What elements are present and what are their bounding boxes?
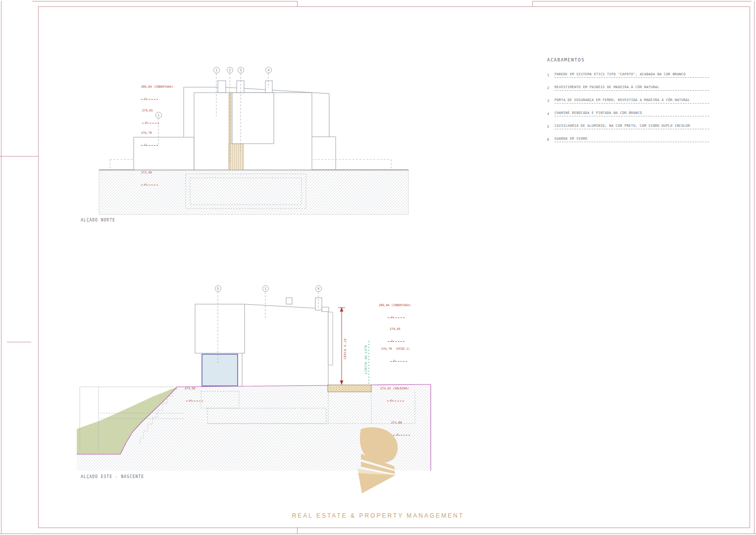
ref-marker-2: 2 <box>227 67 233 73</box>
legend-item-text: PAREDE EM SISTEMA ETICS TIPO "CAPOTO", A… <box>554 72 709 78</box>
finishes-legend: ACABAMENTOS 1 PAREDE EM SISTEMA ETICS TI… <box>547 57 715 150</box>
outer-frame-left <box>1 1 1 534</box>
level-label-27350-north: 273,50 <box>141 162 158 194</box>
legend-item-text: CHAMINÉ REBOCADA E PINTADA NA COR BRANCO <box>554 111 709 116</box>
ref-marker-5-east: 5 <box>215 285 221 292</box>
legend-item-text: GUARDA EM VIDRO <box>554 137 709 142</box>
height-dimension-label: CERCA 6,10 <box>343 338 347 359</box>
outer-frame-bottom <box>0 534 756 534</box>
legend-item: 4 CHAMINÉ REBOCADA E PINTADA NA COR BRAN… <box>547 111 715 116</box>
legend-item-number: 6 <box>547 138 554 142</box>
ref-marker-1: 1 <box>213 67 220 73</box>
level-label-soleira-east: 273,52 (SOLEIRA) <box>380 378 409 410</box>
legend-item: 2 REVESTIMENTO EM PAINÉIS DE MADEIRA À C… <box>547 85 715 91</box>
level-label-27670-north: 276,70 <box>141 123 158 155</box>
legend-item-number: 3 <box>547 99 554 104</box>
legend-item-number: 5 <box>547 125 554 129</box>
legend-item: 1 PAREDE EM SISTEMA ETICS TIPO "CAPOTO",… <box>547 72 715 78</box>
legend-item-number: 2 <box>547 86 554 91</box>
fold-mark-left-lower <box>7 342 31 342</box>
outer-frame-top-right <box>532 1 752 1</box>
ref-marker-4: 4 <box>265 67 272 73</box>
north-elevation-title: ALÇADO NORTE <box>81 218 115 222</box>
ref-marker-3: 3 <box>238 67 244 73</box>
legend-item-number: 1 <box>547 73 554 78</box>
fold-mark-top <box>297 1 298 6</box>
level-label-27100-east: 271,00 <box>391 413 410 444</box>
legend-item-text: REVESTIMENTO EM PAINÉIS DE MADEIRA À CÔR… <box>554 85 709 91</box>
east-elevation-title: ALÇADO ESTE - NASCENTE <box>81 475 144 479</box>
legend-item-text: PORTA DE SEGURANÇA EM FERRO, REVESTIDA A… <box>554 98 709 104</box>
legend-item-text: CAIXILHARIA DE ALUMÍNIO, NA COR PRETO, C… <box>554 124 709 129</box>
fold-mark-left <box>0 156 38 157</box>
brand-tagline: REAL ESTATE & PROPERTY MANAGEMENT <box>0 512 756 519</box>
fold-mark-top-2 <box>532 1 533 6</box>
legend-item: 5 CAIXILHARIA DE ALUMÍNIO, NA COR PRETO,… <box>547 124 715 129</box>
fold-mark-bottom <box>297 527 298 534</box>
legend-title: ACABAMENTOS <box>547 57 715 62</box>
legend-item: 3 PORTA DE SEGURANÇA EM FERRO, REVESTIDA… <box>547 98 715 104</box>
ref-marker-1-east: 1 <box>262 285 269 292</box>
level-label-27350-east: 273,50 <box>185 378 203 410</box>
ref-marker-4-east: 4 <box>315 285 322 292</box>
level-label-piso1-east: 276,70 (PISO 1) <box>381 339 410 371</box>
outer-frame-right <box>754 1 755 534</box>
legend-item-number: 4 <box>547 112 554 116</box>
drawing-sheet: 1 2 3 4 1 280,04 (COBERTURA) 279,65 276,… <box>0 0 756 535</box>
legend-item: 6 GUARDA EM VIDRO <box>547 137 715 142</box>
lot-boundary-label: LIMITE DO LOTE <box>364 345 367 374</box>
outer-frame-top-left <box>32 1 297 1</box>
